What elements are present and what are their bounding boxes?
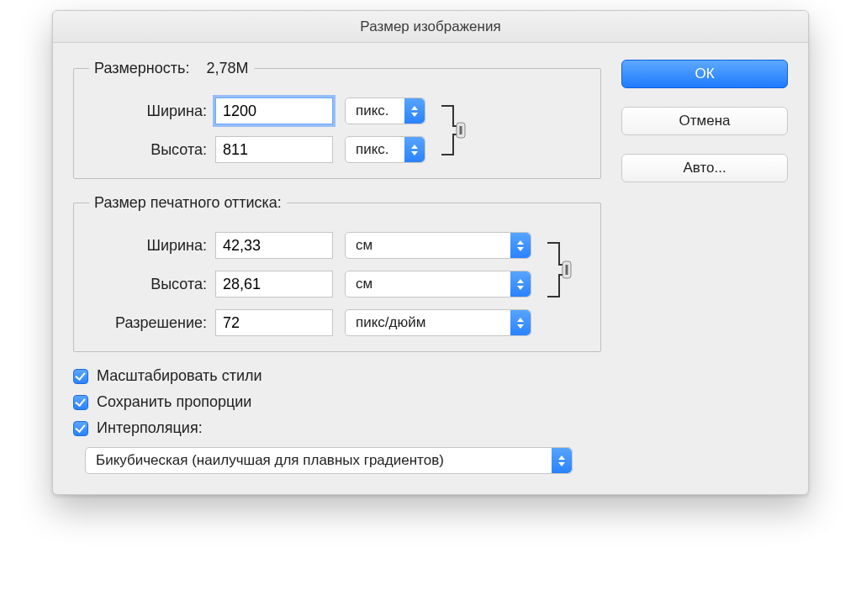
main-column: Размерность: 2,78M Ширина: пикс. — [73, 60, 601, 474]
pixel-height-label: Высота: — [89, 141, 215, 159]
pixel-width-unit-value: пикс. — [346, 103, 404, 119]
resample-row: Интерполяция: — [73, 419, 601, 437]
stepper-icon — [510, 310, 531, 335]
cancel-button[interactable]: Отмена — [621, 107, 788, 135]
pixel-width-input[interactable] — [215, 97, 333, 124]
ok-button[interactable]: ОК — [621, 60, 788, 88]
interpolation-select[interactable]: Бикубическая (наилучшая для плавных град… — [85, 447, 573, 474]
doc-width-label: Ширина: — [89, 237, 215, 255]
stepper-icon — [510, 271, 531, 297]
doc-width-row: Ширина: см — [89, 232, 531, 259]
constrain-proportions-label: Сохранить пропорции — [97, 393, 251, 411]
stepper-icon — [404, 137, 425, 162]
pixel-height-unit-value: пикс. — [346, 141, 404, 158]
constrain-proportions-row: Сохранить пропорции — [73, 393, 601, 411]
svg-rect-1 — [460, 126, 462, 134]
doc-width-unit-select[interactable]: см — [345, 232, 531, 259]
resample-label: Интерполяция: — [97, 419, 203, 437]
doc-width-unit-value: см — [346, 237, 510, 254]
resolution-unit-value: пикс/дюйм — [346, 314, 510, 331]
doc-height-input[interactable] — [215, 271, 333, 297]
pixel-width-unit-select[interactable]: пикс. — [345, 97, 425, 124]
resample-checkbox[interactable] — [73, 421, 88, 436]
scale-styles-row: Масштабировать стили — [73, 367, 601, 385]
doc-height-unit-select[interactable]: см — [345, 271, 531, 297]
pixel-width-row: Ширина: пикс. — [89, 97, 425, 124]
interpolation-value: Бикубическая (наилучшая для плавных град… — [86, 452, 552, 469]
resolution-label: Разрешение: — [89, 314, 215, 332]
dialog-body: Размерность: 2,78M Ширина: пикс. — [53, 43, 808, 494]
doc-height-unit-value: см — [346, 276, 510, 292]
auto-button[interactable]: Авто... — [621, 154, 788, 182]
pixel-height-unit-select[interactable]: пикс. — [345, 136, 425, 163]
link-doc-dimensions-icon — [538, 232, 585, 308]
image-size-dialog: Размер изображения Размерность: 2,78M Ши… — [52, 10, 809, 495]
constrain-proportions-checkbox[interactable] — [73, 395, 88, 410]
pixel-dim-legend-label: Размерность: — [94, 60, 189, 76]
doc-width-input[interactable] — [215, 232, 333, 259]
stepper-icon — [404, 98, 425, 124]
pixel-dimensions-legend: Размерность: 2,78M — [89, 60, 254, 77]
button-column: ОК Отмена Авто... — [621, 60, 788, 474]
link-dimensions-icon — [432, 101, 479, 160]
doc-height-label: Высота: — [89, 276, 215, 293]
doc-height-row: Высота: см — [89, 271, 531, 297]
pixel-dimensions-group: Размерность: 2,78M Ширина: пикс. — [73, 60, 601, 179]
document-size-legend: Размер печатного оттиска: — [89, 194, 287, 212]
pixel-height-row: Высота: пикс. — [89, 136, 425, 163]
stepper-icon — [552, 448, 572, 473]
scale-styles-checkbox[interactable] — [73, 369, 88, 384]
pixel-height-input[interactable] — [215, 136, 333, 163]
window-title: Размер изображения — [53, 11, 808, 43]
scale-styles-label: Масштабировать стили — [97, 367, 262, 385]
resolution-unit-select[interactable]: пикс/дюйм — [345, 309, 531, 336]
pixel-dim-legend-value: 2,78M — [206, 60, 248, 76]
stepper-icon — [510, 233, 531, 258]
resolution-row: Разрешение: пикс/дюйм — [89, 309, 531, 336]
pixel-width-label: Ширина: — [89, 103, 215, 120]
resolution-input[interactable] — [215, 309, 333, 336]
document-size-group: Размер печатного оттиска: Ширина: см — [73, 194, 601, 352]
svg-rect-3 — [566, 265, 568, 275]
interpolation-wrap: Бикубическая (наилучшая для плавных град… — [73, 447, 601, 474]
